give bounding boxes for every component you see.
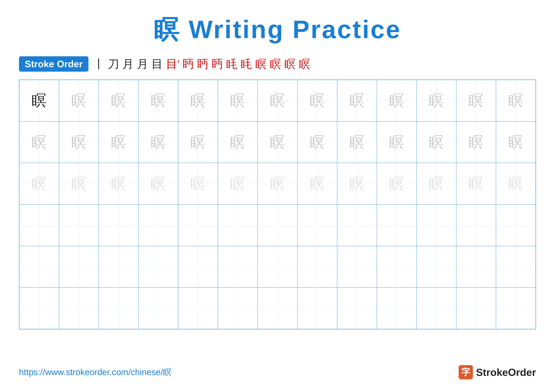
grid-cell: 瞑 [99,80,139,121]
grid-cell: 瞑 [377,163,416,205]
cell-character: 瞑 [190,90,205,111]
grid-cell[interactable] [19,246,59,288]
grid-cell: 瞑 [139,163,178,205]
grid-cell[interactable] [456,205,496,246]
cell-character: 瞑 [310,90,325,111]
cell-character: 瞑 [350,132,365,152]
grid-cell[interactable] [139,287,178,329]
cell-character: 瞑 [270,132,285,152]
grid-cell[interactable] [99,287,139,329]
grid-cell: 瞑 [297,163,337,205]
logo-icon: 字 [459,365,473,379]
cell-character: 瞑 [429,174,444,194]
cell-character: 瞑 [32,174,47,194]
grid-cell[interactable] [218,287,258,329]
grid-cell: 瞑 [496,163,536,205]
grid-cell[interactable] [99,246,139,288]
grid-cell: 瞑 [258,163,297,205]
cell-character: 瞑 [111,90,126,111]
grid-cell[interactable] [496,287,536,329]
grid-cell[interactable] [496,205,536,246]
grid-cell: 瞑 [456,121,496,163]
cell-character: 瞑 [230,174,245,194]
grid-cell[interactable] [416,287,456,329]
grid-cell[interactable] [99,205,139,246]
grid-cell[interactable] [337,205,377,246]
grid-cell: 瞑 [337,163,377,205]
practice-grid: 瞑瞑瞑瞑瞑瞑瞑瞑瞑瞑瞑瞑瞑瞑瞑瞑瞑瞑瞑瞑瞑瞑瞑瞑瞑瞑瞑瞑瞑瞑瞑瞑瞑瞑瞑瞑瞑瞑瞑 [19,79,536,329]
grid-cell[interactable] [297,287,337,329]
grid-cell[interactable] [139,246,178,288]
grid-cell[interactable] [337,287,377,329]
stroke-step-8: 眄 [197,57,209,72]
grid-cell[interactable] [59,287,99,329]
grid-cell[interactable] [456,246,496,288]
grid-cell[interactable] [377,287,416,329]
cell-character: 瞑 [230,90,245,111]
grid-cell: 瞑 [416,163,456,205]
grid-cell[interactable] [416,246,456,288]
grid-cell: 瞑 [218,121,258,163]
cell-character: 瞑 [151,90,166,111]
page: 瞑 Writing Practice Stroke Order 丨 刀 月 月 … [0,0,555,392]
cell-character: 瞑 [469,174,484,194]
grid-cell[interactable] [297,246,337,288]
footer-url[interactable]: https://www.strokeorder.com/chinese/瞑 [19,366,172,378]
grid-cell[interactable] [178,287,218,329]
grid-cell[interactable] [139,205,178,246]
grid-cell[interactable] [218,205,258,246]
grid-cell: 瞑 [496,121,536,163]
grid-cell[interactable] [218,246,258,288]
cell-character: 瞑 [310,174,325,194]
grid-cell[interactable] [496,246,536,288]
cell-character: 瞑 [389,174,404,194]
cell-character: 瞑 [190,132,205,152]
grid-cell[interactable] [456,287,496,329]
grid-cell: 瞑 [456,163,496,205]
grid-cell: 瞑 [416,121,456,163]
grid-cell[interactable] [178,246,218,288]
grid-cell: 瞑 [297,121,337,163]
cell-character: 瞑 [71,132,86,152]
grid-cell[interactable] [377,205,416,246]
stroke-step-11: 眊 [241,57,252,72]
cell-character: 瞑 [71,174,86,194]
grid-cell[interactable] [59,246,99,288]
grid-cell: 瞑 [496,80,536,121]
stroke-step-1: 丨 [93,57,105,72]
stroke-order-section: Stroke Order 丨 刀 月 月 目 目' 眄 眄 眄 眊 眊 瞑 瞑 … [19,56,536,72]
stroke-step-4: 月 [137,57,148,72]
logo-text: StrokeOrder [476,366,536,378]
stroke-step-12: 瞑 [255,57,267,72]
grid-cell[interactable] [297,205,337,246]
grid-cell: 瞑 [99,121,139,163]
stroke-step-3: 月 [122,57,134,72]
cell-character: 瞑 [270,174,285,194]
grid-cell: 瞑 [297,80,337,121]
stroke-step-9: 眄 [212,57,223,72]
grid-cell: 瞑 [218,163,258,205]
grid-cell: 瞑 [218,80,258,121]
grid-cell[interactable] [258,205,297,246]
stroke-step-10: 眊 [226,57,238,72]
grid-cell: 瞑 [59,121,99,163]
cell-character: 瞑 [508,90,523,111]
stroke-step-5: 目 [151,57,163,72]
page-title: 瞑 Writing Practice [19,13,536,47]
cell-character: 瞑 [429,90,444,111]
grid-cell[interactable] [337,246,377,288]
grid-cell[interactable] [258,287,297,329]
grid-cell[interactable] [416,205,456,246]
cell-character: 瞑 [71,90,86,111]
stroke-step-2: 刀 [108,57,119,72]
stroke-step-7: 眄 [183,57,194,72]
cell-character: 瞑 [32,132,47,152]
grid-cell[interactable] [377,246,416,288]
grid-cell[interactable] [178,205,218,246]
grid-cell[interactable] [19,287,59,329]
grid-cell[interactable] [59,205,99,246]
grid-cell: 瞑 [377,121,416,163]
grid-cell: 瞑 [59,163,99,205]
grid-cell[interactable] [258,246,297,288]
grid-cell[interactable] [19,205,59,246]
